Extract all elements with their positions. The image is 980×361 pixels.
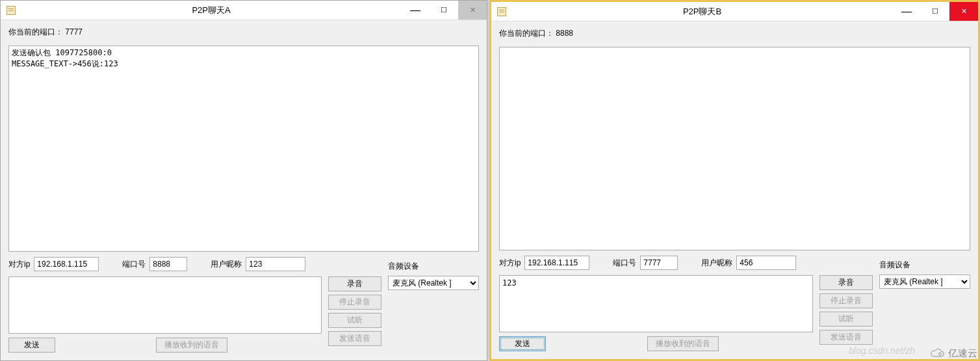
current-port-value: 7777 — [65, 27, 83, 36]
audio-device-label: 音频设备 — [879, 260, 970, 271]
minimize-button[interactable]: — — [401, 1, 430, 20]
app-icon — [495, 5, 508, 18]
peer-ip-label: 对方ip — [8, 259, 30, 270]
nickname-input[interactable] — [246, 257, 305, 271]
minimize-button[interactable]: — — [892, 2, 921, 21]
send-button[interactable]: 发送 — [499, 336, 546, 351]
message-input[interactable] — [499, 275, 813, 332]
peer-port-input[interactable] — [640, 256, 678, 270]
close-button[interactable]: ✕ — [458, 1, 487, 20]
audio-device-select[interactable]: 麦克风 (Realtek ] — [879, 274, 970, 289]
peer-port-label: 端口号 — [613, 258, 636, 269]
peer-ip-label: 对方ip — [499, 258, 521, 269]
titlebar-a: P2P聊天A — ☐ ✕ — [1, 1, 487, 20]
log-textarea[interactable] — [499, 47, 970, 250]
record-button[interactable]: 录音 — [819, 275, 873, 290]
log-textarea[interactable]: 发送确认包 1097725800:0 MESSAGE_TEXT->456说:12… — [8, 46, 479, 252]
nickname-input[interactable] — [736, 256, 796, 270]
maximize-button[interactable]: ☐ — [430, 1, 458, 20]
current-port-label: 你当前的端口： — [499, 29, 554, 38]
current-port-line: 你当前的端口： 8888 — [499, 27, 970, 42]
current-port-line: 你当前的端口： 7777 — [8, 25, 479, 40]
window-a: P2P聊天A — ☐ ✕ 你当前的端口： 7777 发送确认包 10977258… — [0, 0, 487, 361]
current-port-value: 8888 — [556, 29, 573, 38]
maximize-button[interactable]: ☐ — [921, 2, 949, 21]
play-received-voice-button[interactable]: 播放收到的语音 — [647, 336, 719, 351]
preview-button[interactable]: 试听 — [328, 313, 381, 328]
send-voice-button[interactable]: 发送语音 — [819, 330, 873, 345]
stop-record-button[interactable]: 停止录音 — [328, 295, 381, 310]
record-button[interactable]: 录音 — [328, 276, 381, 291]
window-b: P2P聊天B — ☐ ✕ 你当前的端口： 8888 对方ip 端口号 用户昵称 — [489, 0, 980, 361]
peer-port-input[interactable] — [149, 257, 187, 271]
play-received-voice-button[interactable]: 播放收到的语音 — [156, 338, 227, 353]
preview-button[interactable]: 试听 — [819, 312, 873, 327]
send-button[interactable]: 发送 — [8, 338, 55, 353]
window-title: P2P聊天A — [21, 5, 401, 16]
peer-port-label: 端口号 — [122, 259, 146, 270]
peer-ip-input[interactable] — [34, 257, 99, 271]
message-input[interactable] — [8, 276, 322, 334]
current-port-label: 你当前的端口： — [8, 27, 63, 36]
peer-ip-input[interactable] — [524, 256, 589, 270]
app-icon — [5, 4, 18, 17]
audio-device-label: 音频设备 — [388, 261, 479, 272]
audio-device-select[interactable]: 麦克风 (Realtek ] — [388, 276, 479, 290]
window-title: P2P聊天B — [512, 6, 892, 18]
close-button[interactable]: ✕ — [949, 2, 978, 21]
nickname-label: 用户昵称 — [211, 259, 242, 270]
titlebar-b: P2P聊天B — ☐ ✕ — [491, 2, 978, 21]
stop-record-button[interactable]: 停止录音 — [819, 293, 873, 308]
send-voice-button[interactable]: 发送语音 — [328, 331, 381, 346]
nickname-label: 用户昵称 — [701, 258, 732, 269]
